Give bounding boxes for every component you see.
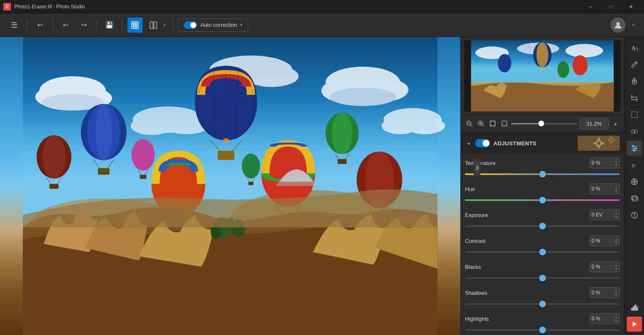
svg-point-130 [635, 147, 636, 149]
exposure-down-spinner[interactable]: ▼ [615, 215, 618, 218]
clone-tool-icon[interactable] [627, 124, 642, 139]
zoom-value-display[interactable]: 31.2% [579, 118, 609, 129]
adjustments-header[interactable]: ◄ ADJUSTMENTS [461, 132, 624, 154]
play-button[interactable] [627, 317, 642, 332]
zoom-slider[interactable] [511, 123, 578, 124]
svg-point-18 [208, 66, 257, 88]
crop-tool-icon[interactable] [627, 90, 642, 106]
svg-point-24 [131, 117, 172, 135]
redo-button[interactable]: ↪ [76, 18, 91, 33]
view-split-button[interactable]: ▾ [146, 18, 168, 33]
view-split-dropdown-arrow[interactable]: ▾ [161, 18, 168, 33]
svg-line-97 [494, 125, 495, 126]
effects-tool-icon[interactable]: fx [627, 157, 642, 173]
expand-panel-arrow[interactable]: ❯ [474, 159, 480, 176]
contrast-value[interactable]: 0 % ▲ ▼ [589, 235, 620, 246]
shadows-value[interactable]: 0 % ▲ ▼ [589, 287, 620, 298]
panel-collapse-button[interactable]: ▲ [610, 119, 621, 129]
zoom-out-button[interactable] [464, 119, 474, 129]
blacks-value[interactable]: 0 % ▲ ▼ [589, 261, 620, 272]
svg-point-68 [242, 154, 260, 178]
menu-button[interactable]: ☰ [7, 18, 22, 33]
svg-rect-113 [608, 139, 610, 141]
svg-line-31 [210, 139, 220, 151]
highlights-slider[interactable] [465, 327, 620, 333]
highlights-up-spinner[interactable]: ▲ [615, 316, 618, 319]
contrast-down-spinner[interactable]: ▼ [615, 241, 618, 244]
zoom-in-button[interactable] [476, 119, 486, 129]
temperature-down-spinner[interactable]: ▼ [615, 163, 618, 166]
profile-dropdown-arrow[interactable]: ▾ [629, 18, 637, 33]
svg-point-50 [132, 139, 155, 170]
svg-rect-53 [140, 175, 146, 179]
layers-tool-icon[interactable] [627, 191, 642, 206]
hue-down-spinner[interactable]: ▼ [615, 189, 618, 192]
svg-point-75 [232, 219, 245, 237]
hue-up-spinner[interactable]: ▲ [615, 186, 618, 189]
close-button[interactable]: ✕ [621, 0, 641, 13]
svg-point-55 [332, 113, 352, 154]
auto-correction-dropdown-arrow[interactable]: ▾ [240, 22, 243, 28]
temperature-value[interactable]: 0 % ▲ ▼ [589, 157, 620, 168]
save-button[interactable]: 💾 [102, 18, 117, 33]
auto-correction-label: Auto correction [200, 22, 237, 28]
blacks-up-spinner[interactable]: ▲ [615, 264, 618, 267]
contrast-slider[interactable] [465, 249, 620, 255]
undo-button[interactable]: ↩ [32, 18, 47, 33]
filter-tool-icon[interactable] [627, 174, 642, 189]
temperature-value-text: 0 % [592, 160, 600, 166]
exposure-value[interactable]: 0 EV ▲ ▼ [589, 209, 620, 220]
svg-point-83 [498, 54, 512, 72]
window-title: Photo1-Eraser.tif - Photo Studio [14, 4, 581, 10]
auto-correction-button[interactable]: Auto correction ▾ [178, 18, 248, 32]
histogram-icon[interactable] [627, 300, 642, 315]
toolbar-separator-5 [173, 19, 173, 31]
main-area: 1:1 31.2% ▲ ◄ ADJUSTMENTS [0, 37, 644, 335]
svg-rect-33 [218, 151, 234, 160]
toolbar-separator-3 [96, 19, 97, 31]
zoom-fit-button[interactable] [488, 119, 498, 129]
shadows-up-spinner[interactable]: ▲ [615, 290, 618, 293]
shadows-slider[interactable] [465, 301, 620, 307]
blacks-down-spinner[interactable]: ▼ [615, 267, 618, 270]
highlights-down-spinner[interactable]: ▼ [615, 319, 618, 322]
svg-line-94 [491, 121, 491, 122]
view-single-button[interactable] [127, 18, 143, 33]
temperature-control: Temperature 0 % ▲ ▼ [465, 157, 620, 178]
contrast-up-spinner[interactable]: ▲ [615, 238, 618, 241]
canvas-area[interactable] [0, 37, 460, 335]
thumbnail-container [464, 40, 621, 111]
temperature-slider[interactable] [465, 171, 620, 178]
exposure-up-spinner[interactable]: ▲ [615, 212, 618, 215]
brush-tool-icon[interactable] [627, 57, 642, 72]
healing-tool-icon[interactable] [627, 74, 642, 89]
temperature-up-spinner[interactable]: ▲ [615, 160, 618, 163]
blacks-slider[interactable] [465, 275, 620, 281]
svg-line-29 [236, 67, 239, 139]
maximize-button[interactable]: □ [601, 0, 621, 13]
svg-point-26 [195, 66, 257, 140]
auto-correction-toggle[interactable] [184, 21, 197, 29]
minimize-button[interactable]: ─ [581, 0, 600, 13]
text-tool-icon[interactable]: A [627, 40, 642, 55]
hue-slider[interactable] [465, 197, 620, 204]
blacks-label: Blacks [465, 264, 481, 270]
toolbar-separator-4 [122, 19, 122, 31]
highlights-value[interactable]: 0 % ▲ ▼ [589, 313, 620, 324]
adjustments-toggle[interactable] [475, 139, 490, 147]
zoom-100-button[interactable]: 1:1 [499, 119, 509, 129]
shadows-down-spinner[interactable]: ▼ [615, 293, 618, 296]
svg-line-61 [293, 206, 301, 216]
svg-rect-104 [598, 146, 600, 149]
undo2-button[interactable]: ↩ [58, 18, 73, 33]
user-profile-button[interactable] [610, 18, 626, 33]
hue-value[interactable]: 0 % ▲ ▼ [589, 183, 620, 194]
info-tool-icon[interactable] [627, 208, 642, 223]
exposure-slider[interactable] [465, 223, 620, 229]
adjustments-tool-icon[interactable] [627, 141, 642, 156]
adjustments-collapse-arrow[interactable]: ◄ [465, 140, 472, 147]
select-tool-icon[interactable] [627, 107, 642, 122]
svg-point-12 [42, 94, 104, 111]
svg-rect-146 [636, 307, 638, 310]
adjustments-gear-thumbnail [578, 136, 620, 151]
